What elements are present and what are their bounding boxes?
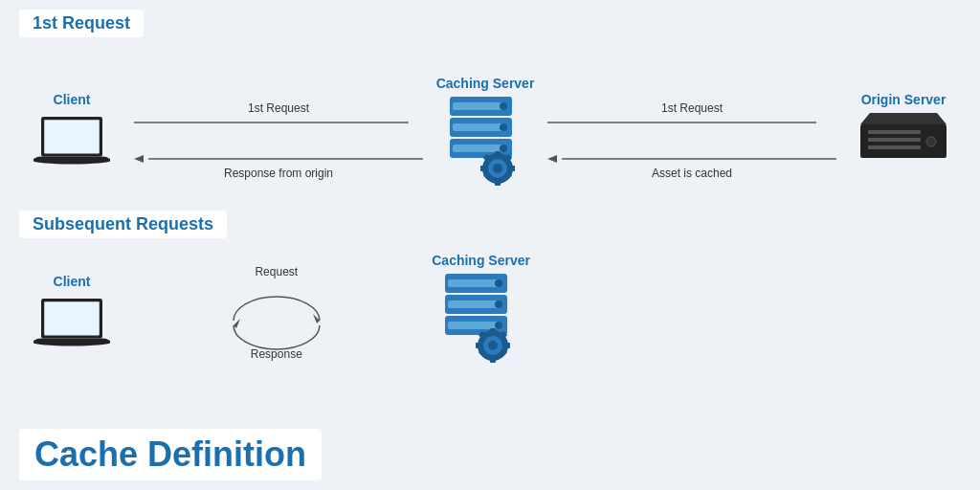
svg-rect-14 xyxy=(453,145,505,152)
arrow2-bottom-label: Asset is cached xyxy=(547,167,836,180)
svg-point-18 xyxy=(493,164,502,173)
svg-point-52 xyxy=(488,341,498,350)
svg-point-46 xyxy=(495,301,502,308)
svg-rect-42 xyxy=(448,279,501,287)
arrow-left-1 xyxy=(134,153,423,165)
arrow-left-2 xyxy=(547,153,836,165)
arrow-area-1: 1st Request Response from origin xyxy=(124,101,433,180)
svg-rect-48 xyxy=(448,322,501,329)
caching-server-label-subsequent: Caching Server xyxy=(432,253,530,268)
svg-point-12 xyxy=(500,123,507,131)
svg-marker-40 xyxy=(234,319,240,328)
svg-rect-22 xyxy=(509,166,515,171)
first-request-diagram-row: Client 1st Request xyxy=(19,50,961,212)
svg-rect-33 xyxy=(868,130,921,134)
svg-rect-53 xyxy=(490,328,496,334)
arrow1-bottom-label: Response from origin xyxy=(134,167,423,180)
caching-server-node-first: Caching Server xyxy=(433,76,538,188)
svg-point-49 xyxy=(495,322,502,329)
arrow-right-2 xyxy=(547,117,836,128)
caching-server-label-first: Caching Server xyxy=(436,76,535,91)
svg-rect-38 xyxy=(44,301,100,335)
circular-arrow-area: Request Response xyxy=(124,256,429,370)
svg-rect-55 xyxy=(476,343,481,348)
first-request-header: 1st Request xyxy=(19,10,144,37)
svg-point-15 xyxy=(500,145,507,152)
client-label-subsequent: Client xyxy=(54,274,91,289)
laptop-icon-first xyxy=(33,113,110,170)
client-node-subsequent: Client xyxy=(19,274,124,352)
svg-rect-11 xyxy=(453,123,505,131)
arrow-right-1 xyxy=(134,117,423,128)
server-icon-subsequent xyxy=(440,274,522,365)
svg-rect-21 xyxy=(480,166,486,171)
svg-rect-34 xyxy=(868,138,921,142)
svg-rect-1 xyxy=(44,120,100,153)
laptop-icon-subsequent xyxy=(33,295,110,352)
svg-marker-6 xyxy=(134,155,144,163)
server-icon-first xyxy=(445,97,526,188)
client-node-first: Client xyxy=(19,92,124,170)
arrow1-top-label: 1st Request xyxy=(134,101,423,115)
svg-rect-20 xyxy=(495,180,501,186)
svg-rect-45 xyxy=(448,301,501,308)
subsequent-section: Subsequent Requests Client Request xyxy=(19,211,961,364)
cache-definition: Cache Definition xyxy=(19,429,322,480)
request-label: Request xyxy=(255,265,298,278)
svg-point-36 xyxy=(926,137,936,146)
subsequent-diagram-row: Client Request xyxy=(19,251,961,375)
svg-rect-35 xyxy=(868,145,921,149)
client-label-first: Client xyxy=(54,92,91,107)
first-request-section: 1st Request Client 1st Reque xyxy=(19,10,961,211)
arrow-area-2: 1st Request Asset is cached xyxy=(538,101,846,180)
origin-server-icon xyxy=(860,113,947,170)
svg-rect-54 xyxy=(490,357,496,363)
response-label: Response xyxy=(251,347,302,361)
svg-rect-56 xyxy=(504,343,510,348)
svg-rect-19 xyxy=(495,151,501,157)
origin-server-label: Origin Server xyxy=(861,92,947,107)
svg-marker-30 xyxy=(547,155,557,163)
cache-definition-text: Cache Definition xyxy=(19,429,322,480)
caching-server-node-subsequent: Caching Server xyxy=(429,253,534,365)
origin-server-node: Origin Server xyxy=(846,92,961,170)
svg-rect-8 xyxy=(453,102,505,110)
arrow2-top-label: 1st Request xyxy=(547,101,836,115)
svg-point-9 xyxy=(500,102,507,110)
subsequent-header: Subsequent Requests xyxy=(19,211,227,238)
svg-point-43 xyxy=(495,279,502,287)
svg-marker-31 xyxy=(860,113,947,124)
main-container: 1st Request Client 1st Reque xyxy=(0,0,980,490)
